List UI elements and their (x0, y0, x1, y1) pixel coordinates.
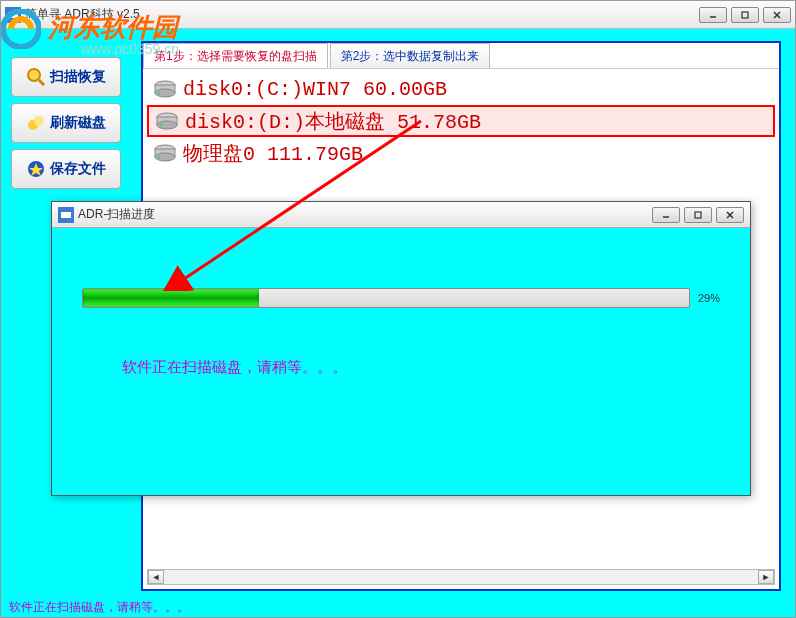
drive-icon (153, 144, 177, 162)
sidebar: 扫描恢复 刷新磁盘 保存文件 (11, 57, 131, 195)
disk-label: 物理盘0 111.79GB (183, 140, 363, 167)
minimize-button[interactable] (699, 7, 727, 23)
watermark-url: www.pc0359.cn (81, 41, 179, 57)
dialog-close-button[interactable] (716, 207, 744, 223)
dialog-icon (58, 207, 74, 223)
svg-point-20 (160, 124, 163, 127)
close-button[interactable] (763, 7, 791, 23)
drive-icon (153, 80, 177, 98)
status-text: 软件正在扫描磁盘，请稍等。。。 (9, 600, 189, 614)
scroll-track[interactable] (164, 570, 758, 584)
maximize-button[interactable] (731, 7, 759, 23)
dialog-minimize-button[interactable] (652, 207, 680, 223)
dialog-window-controls (652, 207, 744, 223)
progress-dialog: ADR-扫描进度 29% 软件正在扫描磁盘，请稍等。。。 (51, 201, 751, 496)
drive-icon (155, 112, 179, 130)
scan-recover-button[interactable]: 扫描恢复 (11, 57, 121, 97)
disk-row[interactable]: 物理盘0 111.79GB (147, 137, 775, 169)
disk-row[interactable]: disk0:(C:)WIN7 60.00GB (147, 73, 775, 105)
svg-rect-30 (695, 212, 701, 218)
svg-point-16 (158, 92, 161, 95)
disk-row[interactable]: disk0:(D:)本地磁盘 51.78GB (147, 105, 775, 137)
progress-wrap: 29% (82, 288, 720, 308)
progress-bar (82, 288, 690, 308)
dialog-body: 29% 软件正在扫描磁盘，请稍等。。。 (52, 228, 750, 397)
svg-point-24 (158, 156, 161, 159)
dialog-title: ADR-扫描进度 (78, 206, 652, 223)
window-controls (699, 7, 791, 23)
progress-percent: 29% (698, 292, 720, 304)
status-bar: 软件正在扫描磁盘，请稍等。。。 (1, 597, 795, 617)
dialog-maximize-button[interactable] (684, 207, 712, 223)
progress-fill (83, 289, 259, 307)
svg-point-10 (34, 116, 44, 126)
step-tabs: 第1步：选择需要恢复的盘扫描 第2步：选中数据复制出来 (143, 43, 779, 69)
watermark-text: 河东软件园 (48, 12, 178, 42)
refresh-disk-button[interactable]: 刷新磁盘 (11, 103, 121, 143)
sidebar-item-label: 刷新磁盘 (50, 114, 106, 132)
magnifier-icon (26, 67, 46, 87)
horizontal-scrollbar[interactable]: ◄ ► (147, 569, 775, 585)
save-file-button[interactable]: 保存文件 (11, 149, 121, 189)
scroll-right-arrow[interactable]: ► (758, 570, 774, 584)
dialog-message: 软件正在扫描磁盘，请稍等。。。 (82, 358, 720, 377)
sidebar-item-label: 保存文件 (50, 160, 106, 178)
svg-line-8 (39, 80, 44, 85)
sidebar-item-label: 扫描恢复 (50, 68, 106, 86)
dialog-titlebar: ADR-扫描进度 (52, 202, 750, 228)
scroll-left-arrow[interactable]: ◄ (148, 570, 164, 584)
svg-rect-3 (742, 12, 748, 18)
tab-step2[interactable]: 第2步：选中数据复制出来 (330, 43, 491, 68)
star-icon (26, 159, 46, 179)
svg-point-7 (28, 69, 40, 81)
refresh-icon (26, 113, 46, 133)
svg-rect-28 (61, 212, 71, 218)
disk-label: disk0:(C:)WIN7 60.00GB (183, 78, 447, 101)
disk-label: disk0:(D:)本地磁盘 51.78GB (185, 108, 481, 135)
